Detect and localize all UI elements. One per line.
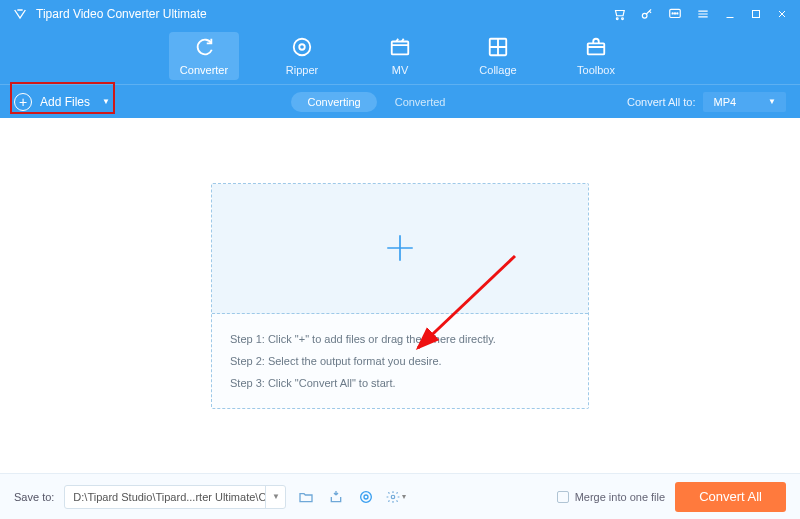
- add-files-dropzone[interactable]: [212, 184, 588, 314]
- svg-rect-10: [392, 42, 409, 55]
- svg-rect-12: [588, 43, 605, 54]
- svg-rect-7: [753, 11, 760, 18]
- svg-point-0: [616, 18, 618, 20]
- tab-label: Toolbox: [577, 64, 615, 76]
- save-path-value: D:\Tipard Studio\Tipard...rter Ultimate\…: [65, 491, 265, 503]
- add-files-button[interactable]: + Add Files ▼: [14, 93, 110, 111]
- tab-toolbox[interactable]: Toolbox: [561, 32, 631, 80]
- tab-label: Collage: [479, 64, 516, 76]
- chevron-down-icon: ▼: [102, 97, 110, 106]
- step-2: Step 2: Select the output format you des…: [230, 350, 570, 372]
- minimize-icon[interactable]: [724, 8, 736, 20]
- key-icon[interactable]: [640, 7, 654, 21]
- merge-checkbox[interactable]: Merge into one file: [557, 491, 666, 503]
- menu-icon[interactable]: [696, 7, 710, 21]
- open-folder-button[interactable]: [296, 487, 316, 507]
- tab-label: MV: [392, 64, 409, 76]
- add-files-label: Add Files: [40, 95, 90, 109]
- main-content: Step 1: Click "+" to add files or drag t…: [0, 118, 800, 473]
- drop-zone: Step 1: Click "+" to add files or drag t…: [211, 183, 589, 409]
- tab-label: Converter: [180, 64, 228, 76]
- sub-toolbar: + Add Files ▼ Converting Converted Conve…: [0, 84, 800, 118]
- checkbox-icon: [557, 491, 569, 503]
- svg-point-9: [299, 44, 305, 50]
- app-logo-icon: [12, 6, 28, 22]
- svg-point-4: [672, 13, 673, 14]
- step-3: Step 3: Click "Convert All" to start.: [230, 372, 570, 394]
- app-header: Tipard Video Converter Ultimate Converte…: [0, 0, 800, 118]
- converted-pill[interactable]: Converted: [395, 96, 446, 108]
- convert-all-label: Convert All to:: [627, 96, 695, 108]
- save-to-label: Save to:: [14, 491, 54, 503]
- svg-point-8: [294, 39, 311, 56]
- settings-button[interactable]: ▾: [386, 487, 406, 507]
- feedback-icon[interactable]: [668, 7, 682, 21]
- svg-point-16: [392, 495, 396, 499]
- format-value: MP4: [713, 96, 736, 108]
- svg-point-1: [622, 18, 624, 20]
- snapshot-button[interactable]: [326, 487, 346, 507]
- plus-circle-icon: +: [14, 93, 32, 111]
- tab-collage[interactable]: Collage: [463, 32, 533, 80]
- output-format-select[interactable]: MP4 ▼: [703, 92, 786, 112]
- gpu-accel-button[interactable]: [356, 487, 376, 507]
- close-icon[interactable]: [776, 8, 788, 20]
- svg-point-5: [674, 13, 675, 14]
- converting-pill[interactable]: Converting: [291, 92, 376, 112]
- convert-all-to: Convert All to: MP4 ▼: [627, 92, 786, 112]
- app-title: Tipard Video Converter Ultimate: [36, 7, 207, 21]
- convert-all-button[interactable]: Convert All: [675, 482, 786, 512]
- step-1: Step 1: Click "+" to add files or drag t…: [230, 328, 570, 350]
- tab-ripper[interactable]: Ripper: [267, 32, 337, 80]
- footer-bar: Save to: D:\Tipard Studio\Tipard...rter …: [0, 473, 800, 519]
- svg-point-15: [364, 495, 368, 499]
- plus-icon: [383, 231, 417, 265]
- maximize-icon[interactable]: [750, 8, 762, 20]
- save-path-field[interactable]: D:\Tipard Studio\Tipard...rter Ultimate\…: [64, 485, 286, 509]
- svg-point-2: [642, 13, 647, 18]
- instructions: Step 1: Click "+" to add files or drag t…: [212, 314, 588, 408]
- chevron-down-icon[interactable]: ▼: [265, 486, 285, 508]
- chevron-down-icon: ▼: [768, 97, 776, 106]
- svg-point-14: [361, 491, 372, 502]
- merge-label: Merge into one file: [575, 491, 666, 503]
- cart-icon[interactable]: [612, 7, 626, 21]
- svg-point-6: [677, 13, 678, 14]
- tab-converter[interactable]: Converter: [169, 32, 239, 80]
- main-tabs: Converter Ripper MV Collage Toolbox: [0, 28, 800, 84]
- convert-all-label: Convert All: [699, 489, 762, 504]
- title-bar: Tipard Video Converter Ultimate: [0, 0, 800, 28]
- status-filter: Converting Converted: [291, 92, 445, 112]
- tab-mv[interactable]: MV: [365, 32, 435, 80]
- tab-label: Ripper: [286, 64, 318, 76]
